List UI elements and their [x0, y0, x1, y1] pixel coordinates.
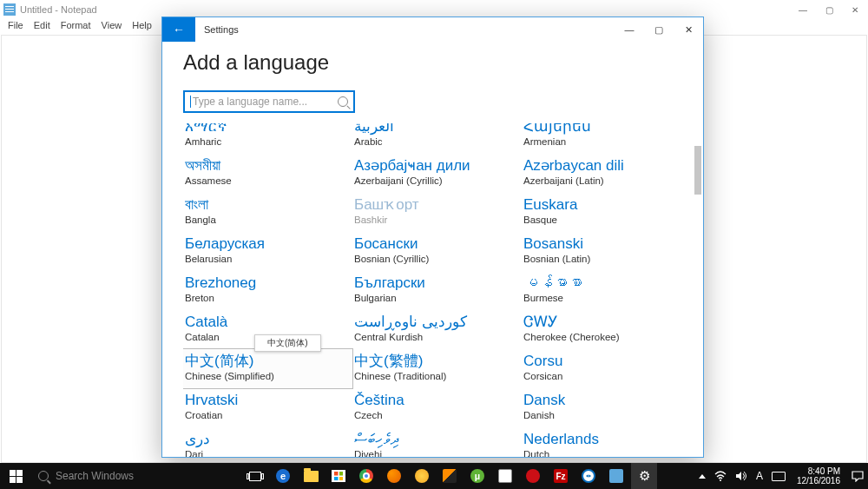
language-english-name: Divehi [354, 449, 520, 457]
language-item[interactable]: ᏣᎳᎩCherokee (Cherokee) [522, 310, 691, 349]
language-item[interactable]: 中文(繁體)Chinese (Traditional) [352, 349, 522, 388]
language-item[interactable]: Azərbaycan diliAzerbaijani (Latin) [522, 154, 691, 193]
tray-time: 8:40 PM [797, 466, 840, 476]
menu-help[interactable]: Help [128, 19, 156, 35]
notepad-icon [3, 3, 16, 16]
language-native-name: Hrvatski [185, 392, 351, 409]
chrome-button[interactable] [353, 463, 379, 489]
language-item[interactable]: አማርኛAmharic [183, 120, 352, 154]
notepad-maximize-button[interactable]: ▢ [816, 0, 842, 19]
language-item[interactable]: العربيةArabic [352, 120, 522, 154]
language-item[interactable]: HrvatskiCroatian [183, 388, 352, 427]
scrollbar[interactable] [693, 122, 703, 469]
system-tray: A 8:40 PM 12/16/2016 [694, 463, 868, 489]
language-native-name: Башҡорт [354, 196, 520, 214]
language-item[interactable]: မြန်မာစာBurmese [522, 271, 691, 310]
notepad-minimize-button[interactable]: — [790, 0, 816, 19]
taskbar-search[interactable]: Search Windows [31, 466, 235, 486]
language-english-name: Azerbaijani (Latin) [523, 175, 689, 186]
menu-format[interactable]: Format [56, 19, 95, 35]
tray-volume-button[interactable] [731, 463, 752, 489]
language-native-name: 中文(繁體) [354, 353, 520, 370]
app-button-1[interactable] [409, 463, 435, 489]
language-native-name: ދިވެހިބަސް [354, 431, 520, 448]
settings-taskbar-button[interactable]: ⚙ [631, 463, 657, 489]
language-list[interactable]: አማርኛAmharicالعربيةArabicՀայերենArmenianঅ… [183, 120, 703, 457]
language-item[interactable]: ՀայերենArmenian [522, 120, 691, 154]
settings-minimize-button[interactable]: — [615, 17, 644, 42]
language-native-name: Nederlands [523, 431, 689, 448]
settings-titlebar[interactable]: ← Settings — ▢ ✕ [162, 17, 703, 42]
taskbar-search-placeholder: Search Windows [56, 470, 134, 482]
language-item[interactable]: বাংলাBangla [183, 193, 352, 232]
language-item[interactable]: ދިވެހިބަސްDivehi [352, 427, 522, 457]
language-item[interactable]: БеларускаяBelarusian [183, 232, 352, 271]
language-item[interactable]: NederlandsDutch [522, 427, 691, 457]
language-native-name: Беларуская [185, 235, 351, 253]
scrollbar-thumb[interactable] [694, 146, 701, 195]
language-english-name: Bashkir [354, 215, 520, 225]
tray-network-button[interactable] [710, 463, 731, 489]
settings-title-label: Settings [195, 17, 239, 42]
language-english-name: Czech [354, 410, 520, 420]
language-item[interactable]: EuskaraBasque [522, 193, 691, 232]
language-item[interactable]: БългарскиBulgarian [352, 271, 522, 310]
language-item[interactable]: BrezhonegBreton [183, 271, 352, 310]
language-item[interactable]: BosanskiBosnian (Latin) [522, 232, 691, 271]
language-native-name: Dansk [523, 392, 689, 409]
language-item[interactable]: Азәрбајҹан дилиAzerbaijani (Cyrillic) [352, 154, 522, 193]
task-view-button[interactable] [242, 463, 268, 489]
language-native-name: کوردیی ناوەڕاست [354, 314, 520, 331]
language-item[interactable]: CorsuCorsican [522, 349, 691, 388]
start-button[interactable] [0, 463, 31, 489]
language-item[interactable]: ČeštinaCzech [352, 388, 522, 427]
taskbar-apps: e µ Fz ⚙ [242, 463, 657, 489]
gear-icon: ⚙ [639, 468, 650, 484]
teamviewer-button[interactable] [575, 463, 602, 489]
filezilla-icon: Fz [554, 469, 568, 483]
edge-button[interactable]: e [270, 463, 296, 489]
language-english-name: Belarusian [185, 254, 351, 264]
language-native-name: Bosanski [523, 235, 689, 253]
language-native-name: Corsu [523, 353, 689, 370]
file-explorer-button[interactable] [298, 463, 324, 489]
filezilla-button[interactable]: Fz [548, 463, 574, 489]
notepad-taskbar-button[interactable] [603, 463, 629, 489]
language-item[interactable]: 中文(简体)Chinese (Simplified)中文(简体) [183, 349, 352, 388]
winamp-icon [443, 469, 457, 483]
settings-close-button[interactable]: ✕ [674, 17, 703, 42]
app-button-2[interactable] [492, 463, 518, 489]
language-native-name: 中文(简体) [185, 353, 351, 370]
language-search-input[interactable] [193, 96, 338, 108]
notepad-close-button[interactable]: ✕ [842, 0, 868, 19]
firefox-button[interactable] [381, 463, 407, 489]
language-native-name: درى [185, 431, 351, 448]
language-native-name: Euskara [523, 196, 689, 214]
language-item[interactable]: کوردیی ناوەڕاستCentral Kurdish [352, 310, 522, 349]
winamp-button[interactable] [437, 463, 463, 489]
menu-file[interactable]: File [3, 19, 28, 35]
tray-language-button[interactable]: A [752, 463, 767, 489]
settings-maximize-button[interactable]: ▢ [644, 17, 674, 42]
language-item[interactable]: БосанскиBosnian (Cyrillic) [352, 232, 522, 271]
opera-button[interactable] [520, 463, 546, 489]
action-center-button[interactable] [847, 463, 868, 489]
menu-view[interactable]: View [97, 19, 127, 35]
language-english-name: Dari [185, 449, 351, 457]
back-button[interactable]: ← [162, 17, 195, 42]
language-item[interactable]: অসমীয়াAssamese [183, 154, 352, 193]
page-heading: Add a language [183, 50, 703, 75]
utorrent-button[interactable]: µ [464, 463, 490, 489]
language-item[interactable]: درىDari [183, 427, 352, 457]
language-search-box[interactable] [183, 90, 355, 113]
language-item[interactable]: DanskDanish [522, 388, 691, 427]
app-icon [415, 469, 429, 483]
teamviewer-icon [582, 469, 595, 483]
tray-clock[interactable]: 8:40 PM 12/16/2016 [790, 466, 847, 486]
store-button[interactable] [326, 463, 352, 489]
language-english-name: Bosnian (Latin) [523, 254, 689, 264]
language-english-name: Bosnian (Cyrillic) [354, 254, 520, 264]
tray-overflow-button[interactable] [694, 463, 710, 489]
tray-keyboard-button[interactable] [767, 463, 790, 489]
menu-edit[interactable]: Edit [30, 19, 55, 35]
